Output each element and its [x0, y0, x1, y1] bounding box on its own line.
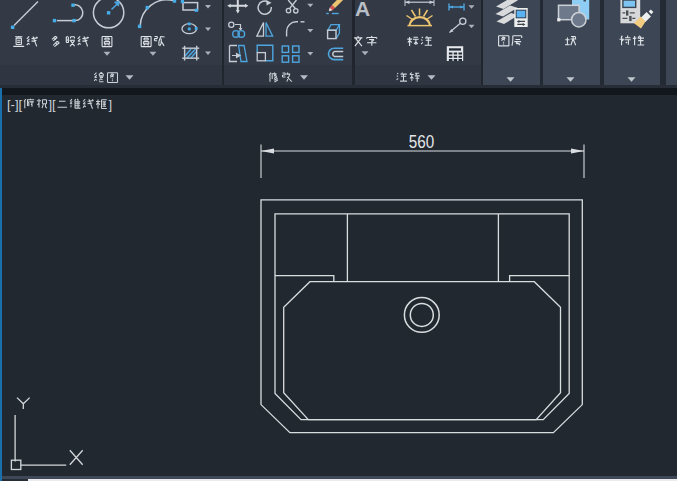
svg-text:560: 560: [409, 132, 435, 152]
svg-text:[-][: [-][: [7, 97, 23, 112]
svg-text:]: ]: [109, 97, 113, 112]
svg-text:][: ][: [49, 97, 57, 112]
svg-text:A: A: [355, 0, 370, 20]
